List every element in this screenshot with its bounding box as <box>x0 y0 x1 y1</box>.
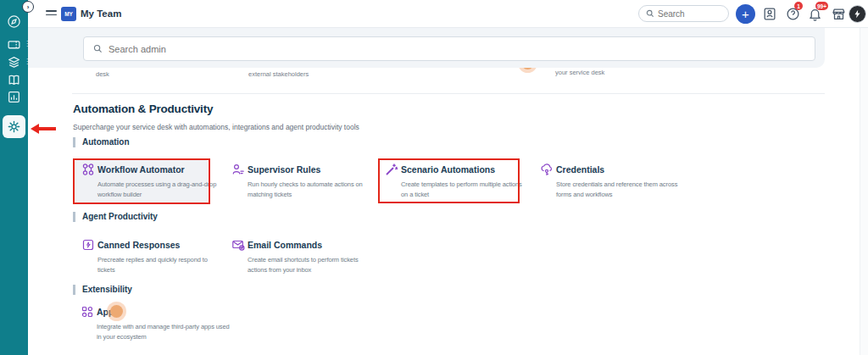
freshworks-switcher-icon[interactable] <box>7 14 21 29</box>
workspace-badge: MY <box>61 7 76 21</box>
global-search-input[interactable] <box>658 9 717 19</box>
scrollbar-track[interactable] <box>860 28 868 355</box>
knowledge-base-icon[interactable] <box>7 73 21 87</box>
tickets-more-icon[interactable]: ⋮ <box>24 41 31 47</box>
card-title: Email Commands <box>248 240 322 250</box>
card-description: Store credentials and reference them acr… <box>556 180 682 200</box>
canned-responses-icon <box>81 238 95 252</box>
credentials-cloud-key-icon <box>540 163 554 176</box>
freddy-avatar[interactable] <box>849 5 866 23</box>
workspace-name[interactable]: My Team <box>81 8 121 19</box>
contacts-icon[interactable] <box>762 7 776 21</box>
annotation-box-scenario-automations <box>378 158 520 203</box>
card-description: Integrate with and manage third-party ap… <box>97 322 232 342</box>
notifications-badge: 99+ <box>815 2 828 10</box>
sidebar-expand-button[interactable]: › <box>22 1 34 13</box>
page-title: Automation & Productivity <box>73 103 213 115</box>
card-description: Run hourly checks to automate actions on… <box>248 180 373 200</box>
admin-search-band <box>28 28 825 68</box>
page-subtitle: Supercharge your service desk with autom… <box>73 123 359 131</box>
admin-settings-item-active[interactable] <box>3 115 25 138</box>
section-label-extensibility: Extensibility <box>73 285 132 295</box>
admin-search-input[interactable] <box>108 44 770 54</box>
peek-text-3: your service desk <box>555 69 604 76</box>
card-title: Canned Responses <box>97 240 180 250</box>
lightning-icon <box>853 9 862 19</box>
card-title: Supervisor Rules <box>248 164 320 175</box>
left-navigation-rail: ⋮ ⋮ <box>0 0 28 355</box>
tickets-icon[interactable] <box>7 37 21 52</box>
peek-text-1: desk <box>96 70 109 78</box>
section-divider <box>72 93 825 94</box>
section-label-automation: Automation <box>73 137 130 147</box>
card-description: Precreate replies and quickly respond to… <box>97 255 223 275</box>
apps-grid-icon <box>81 305 94 319</box>
assets-more-icon[interactable]: ⋮ <box>24 58 31 65</box>
annotation-box-workflow-automator <box>73 158 210 204</box>
search-icon <box>93 44 103 53</box>
card-title: Credentials <box>556 164 604 175</box>
quick-create-button[interactable]: + <box>736 4 755 24</box>
supervisor-rules-icon <box>231 163 245 176</box>
top-header: MY My Team + 1 99+ <box>28 0 868 28</box>
analytics-icon[interactable] <box>7 90 21 104</box>
email-commands-icon <box>231 238 245 252</box>
section-label-agent-productivity: Agent Productivity <box>73 212 158 222</box>
search-icon <box>646 9 654 18</box>
annotation-arrow-admin <box>31 124 58 134</box>
click-indicator-apps <box>107 302 126 321</box>
collapse-menu-icon[interactable] <box>46 10 57 18</box>
peek-text-2: external stakeholders <box>248 70 309 78</box>
help-badge: 1 <box>794 2 803 10</box>
card-description: Create email shortcuts to perform ticket… <box>248 255 373 275</box>
gear-icon <box>7 119 21 134</box>
assets-layers-icon[interactable] <box>7 55 21 69</box>
admin-search-bar[interactable] <box>83 36 815 61</box>
global-search[interactable] <box>638 5 729 22</box>
marketplace-icon[interactable] <box>832 7 846 21</box>
